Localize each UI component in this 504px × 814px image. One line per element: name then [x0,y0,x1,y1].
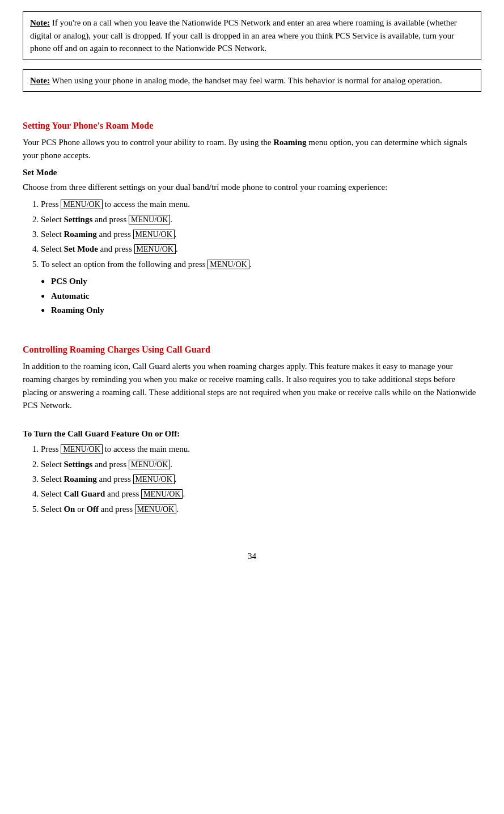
bullet-pcs-only: PCS Only [41,274,481,289]
menu-key-s2-4: MENU/OK [141,489,183,499]
note-text-2: When using your phone in analog mode, th… [50,76,442,85]
section1-intro: Your PCS Phone allows you to control you… [23,136,481,163]
note-box-2: Note: When using your phone in analog mo… [23,69,481,92]
section2-step-5: Select On or Off and press MENU/OK. [41,502,481,516]
section2-body: In addition to the roaming icon, Call Gu… [23,360,481,413]
note-text-1: If you're on a call when you leave the N… [30,18,457,53]
note-label-2: Note: [30,76,50,85]
menu-key-s2-1: MENU/OK [61,444,102,454]
bullet-list-section1: PCS Only Automatic Roaming Only [41,274,481,318]
menu-key-s1-4: MENU/OK [134,244,176,254]
menu-key-s1-5: MENU/OK [207,260,249,269]
menu-key-s2-5: MENU/OK [135,504,176,514]
page-number: 34 [23,550,481,563]
section2-step-1: Press MENU/OK to access the main menu. [41,442,481,456]
section2-step-3: Select Roaming and press MENU/OK. [41,472,481,486]
bullet-automatic: Automatic [41,289,481,304]
menu-key-s2-3: MENU/OK [133,474,175,484]
menu-key-s2-2: MENU/OK [129,460,170,469]
set-mode-text: Choose from three different settings on … [23,181,481,194]
menu-key-s1-2: MENU/OK [129,215,170,224]
menu-key-s1-3: MENU/OK [133,230,175,239]
section1-title: Setting Your Phone's Roam Mode [23,119,481,133]
note-label-1: Note: [30,18,50,27]
section2-steps: Press MENU/OK to access the main menu. S… [41,442,481,516]
note-box-1: Note: If you're on a call when you leave… [23,11,481,60]
section1-step-4: Select Set Mode and press MENU/OK. [41,242,481,256]
section1-step-5: To select an option from the following a… [41,257,481,271]
section1-step-3: Select Roaming and press MENU/OK. [41,227,481,241]
bullet-roaming-only: Roaming Only [41,303,481,318]
call-guard-sub-heading: To Turn the Call Guard Feature On or Off… [23,427,481,440]
section1-step-2: Select Settings and press MENU/OK. [41,213,481,226]
section2-step-4: Select Call Guard and press MENU/OK. [41,487,481,501]
section2-title: Controlling Roaming Charges Using Call G… [23,343,481,357]
section1-steps: Press MENU/OK to access the main menu. S… [41,197,481,271]
section2-step-2: Select Settings and press MENU/OK. [41,457,481,471]
set-mode-heading: Set Mode [23,166,481,179]
section1-step-1: Press MENU/OK to access the main menu. [41,197,481,211]
menu-key-s1-1: MENU/OK [61,200,102,209]
